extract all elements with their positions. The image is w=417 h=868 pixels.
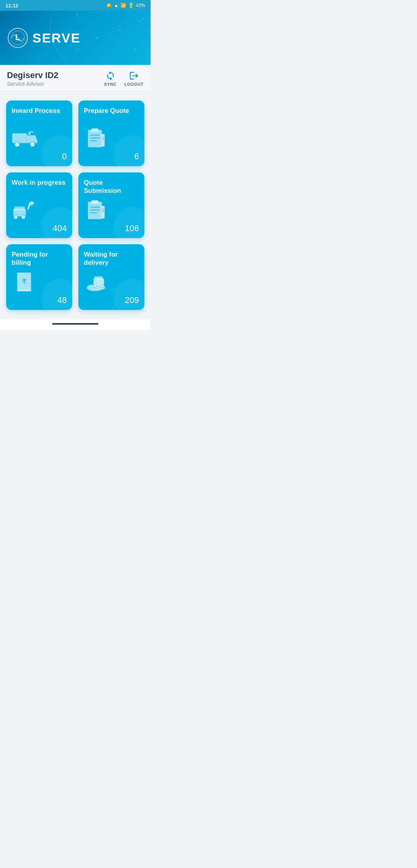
svg-rect-50	[94, 276, 103, 280]
pending-billing-count: 48	[12, 295, 67, 305]
truck-icon: →	[12, 127, 39, 150]
prepare-quote-title: Prepare Quote	[84, 107, 139, 115]
waiting-delivery-count: 209	[84, 295, 139, 305]
receipt-icon: ₹	[12, 271, 39, 294]
notification-icon: 🔔	[106, 3, 112, 8]
svg-point-13	[95, 37, 98, 39]
svg-line-4	[77, 11, 108, 15]
svg-rect-19	[12, 133, 27, 143]
work-in-progress-title: Work in progress	[12, 179, 67, 187]
battery-pct: 42%	[136, 3, 145, 8]
svg-rect-29	[90, 138, 100, 139]
user-bar: Degiserv ID2 Service Advisor SYNC LOGOUT	[0, 65, 151, 91]
svg-rect-42	[90, 209, 100, 211]
svg-rect-35	[14, 207, 25, 210]
pending-billing-title: Pending for billing	[12, 250, 67, 267]
svg-rect-33	[102, 139, 104, 140]
work-in-progress-icon	[12, 187, 67, 223]
wrench-car-icon	[12, 199, 39, 222]
quote-submission-title: Quote Submission	[84, 179, 139, 195]
svg-point-12	[134, 48, 136, 51]
bottom-indicator	[0, 319, 151, 330]
waiting-delivery-title: Waiting for delivery	[84, 250, 139, 267]
svg-point-52	[101, 284, 103, 287]
sync-button[interactable]: SYNC	[104, 71, 117, 87]
quote-submission-card[interactable]: Quote Submission 106	[78, 172, 144, 238]
quote-submission-icon	[84, 195, 139, 224]
svg-point-9	[76, 14, 78, 16]
logout-button[interactable]: LOGOUT	[124, 71, 144, 87]
waiting-delivery-icon	[84, 267, 139, 296]
svg-line-3	[135, 42, 151, 49]
svg-point-51	[94, 284, 97, 287]
inward-process-title: Inward Process	[12, 107, 67, 115]
pending-billing-icon: ₹	[12, 267, 67, 296]
status-time: 11:12	[5, 3, 18, 9]
sync-icon	[105, 71, 115, 81]
svg-rect-46	[102, 211, 104, 212]
svg-text:→: →	[31, 130, 34, 134]
svg-line-2	[120, 30, 135, 49]
svg-point-21	[15, 142, 20, 147]
user-actions: SYNC LOGOUT	[104, 71, 144, 87]
work-in-progress-card[interactable]: Work in progress 404	[6, 172, 72, 238]
prepare-quote-count: 6	[84, 151, 139, 162]
pending-billing-card[interactable]: Pending for billing ₹ 48	[6, 244, 72, 310]
svg-rect-40	[92, 200, 98, 204]
svg-rect-27	[92, 128, 98, 132]
user-role: Service Advisor	[7, 81, 58, 87]
wifi-icon: ▲	[114, 3, 119, 8]
inward-process-card[interactable]: Inward Process → 0	[6, 100, 72, 166]
svg-rect-26	[88, 130, 102, 147]
home-indicator	[52, 323, 98, 325]
work-in-progress-count: 404	[12, 223, 67, 233]
inward-process-count: 0	[12, 151, 67, 162]
user-info: Degiserv ID2 Service Advisor	[7, 70, 58, 87]
app-logo: L	[8, 28, 28, 48]
logo-area: L SERVE	[8, 28, 81, 48]
app-name: SERVE	[32, 31, 81, 46]
prepare-quote-card[interactable]: Prepare Quote 6	[78, 100, 144, 166]
status-icons: 🔔 ▲ 📶 🔋 42%	[106, 3, 145, 8]
svg-point-10	[119, 29, 121, 31]
svg-point-22	[30, 142, 35, 147]
svg-rect-43	[90, 212, 97, 213]
logout-icon	[129, 71, 139, 81]
svg-point-37	[21, 215, 25, 219]
inward-process-icon: →	[12, 115, 67, 151]
cards-grid: Inward Process → 0 Prepare Quote	[0, 91, 151, 319]
svg-rect-39	[88, 202, 102, 219]
clipboard2-icon	[84, 199, 112, 222]
battery-icon: 🔋	[128, 3, 134, 8]
svg-rect-30	[90, 140, 97, 141]
status-bar: 11:12 🔔 ▲ 📶 🔋 42%	[0, 0, 151, 11]
svg-rect-45	[102, 209, 104, 210]
svg-text:₹: ₹	[22, 278, 27, 286]
svg-line-1	[120, 19, 143, 30]
svg-rect-31	[101, 134, 105, 146]
svg-line-5	[97, 30, 120, 38]
sync-label: SYNC	[104, 82, 117, 87]
logout-label: LOGOUT	[124, 82, 144, 87]
svg-rect-28	[90, 135, 100, 136]
svg-rect-32	[102, 137, 104, 138]
svg-point-38	[31, 202, 34, 204]
svg-rect-41	[90, 207, 100, 208]
svg-rect-44	[101, 206, 105, 218]
signal-icon: 📶	[120, 3, 126, 8]
svg-point-14	[76, 48, 78, 51]
clipboard-icon	[84, 127, 112, 150]
svg-point-11	[142, 17, 144, 20]
user-name: Degiserv ID2	[7, 70, 58, 80]
svg-point-15	[107, 11, 109, 12]
svg-point-36	[14, 215, 18, 219]
delivery-hand-icon	[84, 271, 112, 294]
quote-submission-count: 106	[84, 223, 139, 233]
header-banner: L SERVE	[0, 11, 151, 65]
waiting-delivery-card[interactable]: Waiting for delivery 209	[78, 244, 144, 310]
prepare-quote-icon	[84, 115, 139, 151]
